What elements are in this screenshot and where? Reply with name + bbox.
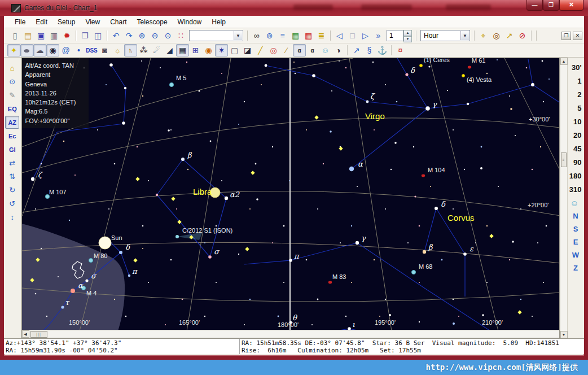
- star-chart[interactable]: M 5(1) CeresM 61(4) VestaM 104M 107M 80M…: [22, 58, 559, 330]
- show-field-lines-button[interactable]: ╱: [254, 44, 267, 56]
- chart-settings-button[interactable]: ✎: [5, 89, 19, 102]
- lock-chart-button[interactable]: ⚓: [376, 44, 389, 56]
- maximize-button[interactable]: ❐: [543, 0, 559, 11]
- rotate-cw-button[interactable]: ↻: [5, 184, 19, 197]
- night-vision-button[interactable]: ◑: [332, 44, 345, 56]
- observing-list-button[interactable]: ≣: [315, 29, 328, 42]
- new-window-button[interactable]: ◫: [91, 29, 104, 42]
- look-e-button[interactable]: E: [568, 236, 584, 248]
- zoom-button[interactable]: ⊙: [161, 29, 174, 42]
- object-filter-button[interactable]: ¤: [394, 44, 407, 56]
- save-button[interactable]: ▣: [34, 29, 47, 42]
- telescope-slew-button[interactable]: ↗: [503, 29, 516, 42]
- horizontal-scrollbar[interactable]: ◀ |||: [22, 330, 559, 338]
- star-size-button[interactable]: ∷: [174, 29, 187, 42]
- telescope-abort-button[interactable]: ⊘: [516, 29, 529, 42]
- show-constellation-boundaries-button[interactable]: ▢: [228, 44, 241, 56]
- eq-coordinates-button[interactable]: EQ: [5, 102, 19, 115]
- scroll-left-arrow[interactable]: ◀: [22, 330, 29, 338]
- undo-button[interactable]: ↶: [109, 29, 122, 42]
- show-eq-grid-button[interactable]: ⊞: [189, 44, 202, 56]
- distance-measure-button[interactable]: ∕: [280, 44, 293, 56]
- vertical-scrollbar[interactable]: ▲ ≡ ▼: [560, 58, 567, 338]
- fov-30min-button[interactable]: 30': [568, 60, 584, 74]
- show-planetary-nebulae-button[interactable]: ◉: [46, 44, 59, 56]
- copy-chart-button[interactable]: ❐: [78, 29, 91, 42]
- fov-45-button[interactable]: 45: [568, 142, 584, 155]
- vertical-scroll-thumb[interactable]: ≡: [561, 152, 567, 167]
- advanced-search-button[interactable]: ⊚: [263, 29, 276, 42]
- flip-horizontal-button[interactable]: ⇄: [5, 156, 19, 169]
- observatory-setup-button[interactable]: ✹: [60, 29, 73, 42]
- rotate-ccw-button[interactable]: ↺: [5, 197, 19, 210]
- chart-mode-button[interactable]: ☺: [319, 44, 332, 56]
- fov-2-button[interactable]: 2: [568, 88, 584, 101]
- horizontal-scroll-thumb[interactable]: |||: [30, 331, 47, 338]
- show-milky-way-fill-button[interactable]: ◪: [241, 44, 254, 56]
- open-button[interactable]: ▤: [21, 29, 34, 42]
- menu-view[interactable]: View: [80, 17, 105, 27]
- minimize-button[interactable]: —: [526, 0, 543, 11]
- fov-5-button[interactable]: 5: [568, 101, 584, 115]
- object-list-button[interactable]: ≡: [276, 29, 289, 42]
- time-play-button[interactable]: ▷: [359, 29, 372, 42]
- flip-vertical-button[interactable]: ⇅: [5, 170, 19, 183]
- fov-90-button[interactable]: 90: [568, 155, 584, 169]
- dss-image-button[interactable]: DSS: [85, 44, 98, 56]
- menu-file[interactable]: File: [10, 17, 30, 27]
- scroll-up-arrow[interactable]: ▲: [560, 58, 568, 65]
- menu-chart[interactable]: Chart: [105, 17, 131, 27]
- sky-brightness-button[interactable]: ☼: [111, 44, 124, 56]
- fov-combobox[interactable]: ▼: [189, 30, 243, 41]
- az-coordinates-button[interactable]: AZ: [5, 116, 19, 129]
- look-n-button[interactable]: N: [568, 210, 584, 223]
- show-galaxy-images-button[interactable]: @: [59, 44, 72, 56]
- show-stars-button[interactable]: ✦: [7, 44, 20, 56]
- show-asteroids-button[interactable]: ⁂: [137, 44, 150, 56]
- telescope-config-button[interactable]: ⌖: [477, 29, 490, 42]
- time-unit-combobox[interactable]: Hour▼: [420, 30, 470, 41]
- menu-help[interactable]: Help: [207, 17, 231, 27]
- show-field-circles-button[interactable]: ◎: [267, 44, 280, 56]
- close-button[interactable]: ✕: [559, 0, 583, 11]
- all-sky-button[interactable]: ☺: [568, 196, 584, 210]
- show-solar-system-button[interactable]: ♄: [124, 44, 137, 56]
- spin-up-icon[interactable]: ▲: [403, 30, 412, 36]
- show-grid-button[interactable]: ▦: [176, 44, 189, 56]
- ecliptic-coordinates-button[interactable]: Ec: [5, 129, 19, 142]
- galactic-coordinates-button[interactable]: Gl: [5, 143, 19, 156]
- show-milky-way-button[interactable]: ◢: [163, 44, 176, 56]
- label-on-click-button[interactable]: α: [306, 44, 319, 56]
- look-z-button[interactable]: Z: [568, 261, 584, 274]
- menu-telescope[interactable]: Telescope: [132, 17, 173, 27]
- print-button[interactable]: ▥: [47, 29, 60, 42]
- show-compass-button[interactable]: ◉: [202, 44, 215, 56]
- observatory-button[interactable]: ⌂: [5, 62, 19, 75]
- menu-edit[interactable]: Edit: [30, 17, 52, 27]
- ephemeris-calendar-button[interactable]: ▦: [302, 29, 315, 42]
- chevron-down-icon[interactable]: ▼: [234, 31, 242, 40]
- menu-setup[interactable]: Setup: [52, 17, 80, 27]
- show-constellation-lines-button[interactable]: ✶: [215, 44, 228, 56]
- calendar-button[interactable]: ▦: [289, 29, 302, 42]
- star-limit-button[interactable]: •: [72, 44, 85, 56]
- menu-window[interactable]: Window: [173, 17, 207, 27]
- fov-1-button[interactable]: 1: [568, 74, 584, 88]
- titlebar[interactable]: Cartes du Ciel - Chart_1 —❐✕: [0, 0, 588, 16]
- time-step-back-button[interactable]: ◁: [333, 29, 346, 42]
- telescope-center-button[interactable]: ◎: [490, 29, 503, 42]
- scroll-down-arrow[interactable]: ▼: [560, 331, 568, 338]
- telescope-panel-button[interactable]: ↗: [350, 44, 363, 56]
- zoom-out-button[interactable]: ⊖: [148, 29, 161, 42]
- look-w-button[interactable]: W: [568, 248, 584, 261]
- time-fast-forward-button[interactable]: »: [372, 29, 385, 42]
- show-nebulae-button[interactable]: ☁: [33, 44, 46, 56]
- time-button[interactable]: ⊙: [5, 75, 19, 88]
- fov-10-button[interactable]: 10: [568, 115, 584, 128]
- fov-180-button[interactable]: 180: [568, 169, 584, 182]
- chain-chart-button[interactable]: §: [363, 44, 376, 56]
- redo-button[interactable]: ↷: [122, 29, 135, 42]
- spin-down-icon[interactable]: ▼: [403, 36, 412, 42]
- background-image-button[interactable]: ◙: [98, 44, 111, 56]
- look-s-button[interactable]: S: [568, 223, 584, 236]
